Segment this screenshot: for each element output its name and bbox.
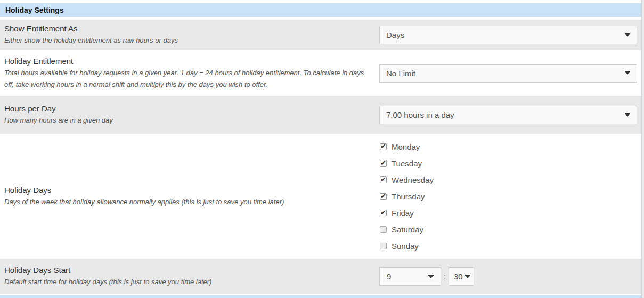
setting-control: Days (379, 26, 637, 44)
setting-label: Holiday Days Start (4, 265, 372, 276)
checkbox-monday[interactable] (380, 143, 387, 150)
select-value: 30 (454, 272, 463, 281)
setting-row-show-entitlement-as: Show Entitlement As Either show the holi… (0, 20, 641, 50)
holiday-day-option-tuesday[interactable]: Tuesday (379, 155, 637, 172)
setting-control: 9 : 30 (379, 267, 637, 286)
time-separator: : (444, 272, 446, 281)
chevron-down-icon (625, 34, 630, 37)
checkbox-label: Saturday (392, 225, 423, 234)
setting-description: How many hours are in a given day (4, 115, 372, 126)
checkbox-label: Sunday (392, 241, 419, 251)
checkbox-label: Monday (392, 142, 420, 151)
setting-info: Holiday Entitlement Total hours availabl… (4, 56, 379, 91)
start-time-control: 9 : 30 (379, 267, 637, 286)
setting-description: Days of the week that holiday allowance … (4, 196, 372, 208)
select-value: 7.00 hours in a day (386, 110, 454, 119)
chevron-down-icon (429, 276, 433, 278)
chevron-down-icon (625, 114, 630, 117)
setting-info: Holiday Days Days of the week that holid… (4, 185, 379, 208)
holiday-day-option-saturday[interactable]: Saturday (379, 221, 637, 238)
setting-description: Total hours available for holiday reques… (4, 67, 372, 91)
holiday-day-option-sunday[interactable]: Sunday (379, 238, 637, 254)
checkbox-label: Wednesday (392, 175, 434, 184)
setting-info: Hours per Day How many hours are in a gi… (4, 103, 379, 126)
holiday-days-checkbox-list: Monday Tuesday Wednesday Thursday Friday (379, 136, 637, 256)
setting-row-holiday-days: Holiday Days Days of the week that holid… (0, 134, 641, 259)
checkbox-label: Friday (392, 208, 414, 218)
holiday-day-option-wednesday[interactable]: Wednesday (379, 172, 637, 188)
checkbox-label: Tuesday (392, 159, 422, 168)
hours-per-day-select[interactable]: 7.00 hours in a day (379, 106, 637, 124)
setting-info: Holiday Days Start Default start time fo… (4, 265, 379, 288)
setting-label: Hours per Day (4, 103, 372, 114)
holiday-day-option-thursday[interactable]: Thursday (379, 188, 637, 205)
checkbox-sunday[interactable] (380, 243, 387, 249)
select-value: No Limit (386, 69, 415, 78)
holiday-day-option-monday[interactable]: Monday (379, 139, 637, 155)
checkbox-wednesday[interactable] (380, 176, 387, 183)
setting-control: Monday Tuesday Wednesday Thursday Friday (379, 136, 637, 256)
show-entitlement-select[interactable]: Days (379, 26, 637, 44)
panel-heading: Holiday Settings (0, 3, 641, 17)
next-section-header-edge (0, 295, 641, 298)
setting-info: Show Entitlement As Either show the holi… (4, 23, 379, 46)
scrollbar[interactable] (641, 0, 644, 298)
holiday-entitlement-select[interactable]: No Limit (379, 64, 637, 83)
setting-description: Either show the holiday entitlement as r… (4, 35, 372, 46)
setting-row-holiday-entitlement: Holiday Entitlement Total hours availabl… (0, 50, 641, 96)
chevron-down-icon (466, 276, 470, 278)
setting-row-hours-per-day: Hours per Day How many hours are in a gi… (0, 96, 641, 134)
setting-label: Holiday Days (4, 185, 372, 196)
holiday-settings-panel: Holiday Settings Show Entitlement As Eit… (0, 0, 641, 298)
setting-control: No Limit (379, 64, 637, 83)
checkbox-label: Thursday (392, 192, 425, 201)
start-hour-select[interactable]: 9 (379, 267, 441, 286)
select-value: Days (386, 30, 404, 39)
checkbox-friday[interactable] (380, 210, 387, 216)
setting-label: Show Entitlement As (4, 23, 372, 34)
checkbox-thursday[interactable] (380, 193, 387, 200)
start-minute-select[interactable]: 30 (449, 267, 474, 286)
select-value: 9 (387, 272, 391, 281)
chevron-down-icon (625, 72, 630, 75)
setting-control: 7.00 hours in a day (379, 106, 637, 124)
holiday-day-option-friday[interactable]: Friday (379, 205, 637, 221)
setting-label: Holiday Entitlement (4, 56, 372, 67)
setting-row-holiday-days-start: Holiday Days Start Default start time fo… (0, 259, 641, 294)
checkbox-saturday[interactable] (380, 226, 387, 233)
panel-title: Holiday Settings (5, 6, 64, 14)
checkbox-tuesday[interactable] (380, 160, 387, 167)
setting-description: Default start time for holiday days (thi… (4, 276, 372, 288)
